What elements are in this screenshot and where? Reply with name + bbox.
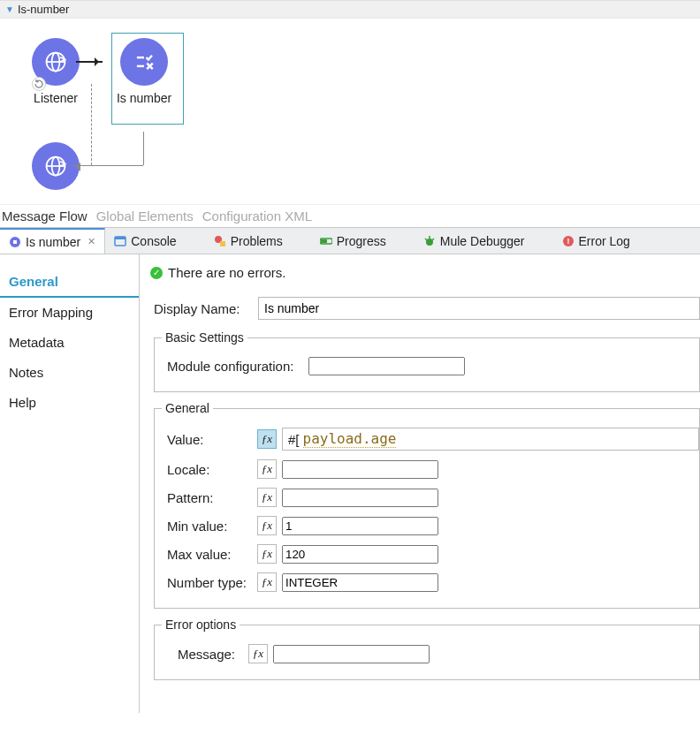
validate-icon — [133, 50, 156, 73]
node-listener-label: Listener — [18, 91, 94, 105]
component-icon — [9, 236, 21, 248]
fx-toggle-pattern[interactable]: ƒx — [257, 488, 277, 507]
locale-input[interactable] — [282, 460, 438, 479]
flow-arrow-icon — [76, 61, 103, 63]
number-type-input[interactable] — [282, 573, 438, 592]
display-name-label: Display Name: — [154, 301, 258, 316]
nav-help[interactable]: Help — [0, 388, 139, 418]
node-is-number[interactable]: Is number — [106, 38, 182, 105]
fx-toggle-min[interactable]: ƒx — [257, 516, 277, 535]
module-config-row: Module configuration: — [167, 357, 699, 375]
basic-settings-legend: Basic Settings — [162, 330, 247, 345]
pattern-row: Pattern: ƒx — [167, 488, 699, 507]
flow-name: Is-number — [18, 3, 70, 16]
view-tab-problems[interactable]: Problems — [205, 228, 292, 254]
nav-general[interactable]: General — [0, 267, 139, 298]
properties-side-nav: General Error Mapping Metadata Notes Hel… — [0, 254, 140, 713]
properties-pane: General Error Mapping Metadata Notes Hel… — [0, 254, 700, 713]
module-config-label: Module configuration: — [167, 359, 308, 374]
node-is-number-label: Is number — [106, 91, 182, 105]
flow-canvas: ▼ Is-number Listener — [0, 0, 700, 204]
status-text: There are no errors. — [168, 265, 285, 280]
min-value-row: Min value: ƒx — [167, 516, 699, 535]
value-expression: payload.age — [303, 430, 397, 448]
console-icon — [114, 235, 126, 247]
close-icon[interactable]: ✕ — [88, 236, 95, 247]
value-row: Value: ƒx #[ payload.age — [167, 428, 699, 451]
status-row: ✓ There are no errors. — [148, 263, 700, 294]
view-tab-problems-label: Problems — [231, 234, 283, 248]
refresh-badge-icon — [32, 77, 46, 91]
display-name-row: Display Name: — [154, 297, 700, 320]
number-type-row: Number type: ƒx — [167, 572, 699, 592]
fx-toggle-value[interactable]: ƒx — [257, 429, 277, 449]
svg-rect-11 — [13, 240, 17, 244]
view-tab-mule-debugger[interactable]: Mule Debugger — [415, 228, 534, 254]
message-input[interactable] — [273, 645, 430, 663]
min-value-label: Min value: — [167, 519, 257, 534]
message-label: Message: — [178, 647, 248, 662]
view-tab-console-label: Console — [131, 234, 176, 248]
basic-settings-group: Basic Settings Module configuration: — [154, 330, 700, 392]
fx-toggle-message[interactable]: ƒx — [248, 644, 268, 663]
fx-toggle-locale[interactable]: ƒx — [257, 459, 277, 479]
svg-rect-13 — [115, 237, 126, 239]
solid-connector-h — [72, 165, 143, 166]
view-tab-error-log-label: Error Log — [579, 234, 630, 248]
tab-configuration-xml[interactable]: Configuration XML — [202, 208, 312, 224]
max-value-label: Max value: — [167, 547, 257, 562]
view-tab-progress-label: Progress — [337, 234, 386, 248]
locale-label: Locale: — [167, 462, 257, 477]
svg-line-21 — [432, 239, 434, 240]
problems-icon — [214, 235, 226, 247]
progress-icon — [320, 235, 332, 247]
error-options-group: Error options Message: ƒx — [154, 618, 700, 680]
error-log-icon: ! — [562, 235, 574, 247]
module-config-input[interactable] — [308, 357, 465, 375]
view-tab-console[interactable]: Console — [105, 228, 185, 254]
nav-notes[interactable]: Notes — [0, 358, 139, 388]
view-tab-mule-debugger-label: Mule Debugger — [440, 234, 525, 248]
max-value-row: Max value: ƒx — [167, 544, 699, 564]
debugger-icon — [423, 235, 436, 247]
dashed-connector — [91, 84, 92, 165]
pattern-input[interactable] — [282, 489, 438, 507]
node-response[interactable] — [18, 142, 94, 190]
view-tab-is-number[interactable]: Is number ✕ — [0, 228, 105, 254]
ok-icon: ✓ — [150, 267, 163, 279]
view-tab-is-number-label: Is number — [26, 235, 80, 249]
tab-global-elements[interactable]: Global Elements — [96, 208, 194, 224]
solid-connector-v — [143, 132, 144, 165]
locale-row: Locale: ƒx — [167, 459, 699, 479]
editor-tabs: Message Flow Global Elements Configurati… — [0, 204, 700, 227]
fx-toggle-max[interactable]: ƒx — [257, 544, 277, 564]
min-value-input[interactable] — [282, 517, 438, 535]
nav-error-mapping[interactable]: Error Mapping — [0, 298, 139, 328]
svg-line-20 — [425, 239, 427, 240]
general-group: General Value: ƒx #[ payload.age Locale:… — [154, 401, 700, 609]
message-row: Message: ƒx — [178, 644, 699, 663]
svg-text:!: ! — [567, 237, 569, 246]
general-legend: General — [162, 401, 213, 415]
svg-rect-17 — [321, 239, 327, 243]
max-value-input[interactable] — [282, 545, 438, 564]
value-prefix: #[ — [288, 432, 300, 447]
globe-icon — [43, 154, 68, 178]
views-bar: Is number ✕ Console Problems Progress Mu… — [0, 227, 700, 254]
properties-form: ✓ There are no errors. Display Name: Bas… — [140, 254, 700, 713]
error-options-legend: Error options — [162, 618, 240, 632]
view-tab-error-log[interactable]: ! Error Log — [553, 228, 639, 254]
fx-toggle-type[interactable]: ƒx — [257, 572, 277, 592]
display-name-input[interactable] — [258, 297, 700, 320]
tab-message-flow[interactable]: Message Flow — [2, 208, 88, 224]
view-tab-progress[interactable]: Progress — [311, 228, 395, 254]
node-listener[interactable]: Listener — [18, 38, 94, 105]
flow-header[interactable]: ▼ Is-number — [0, 1, 700, 19]
number-type-label: Number type: — [167, 575, 257, 590]
is-number-circle — [120, 38, 168, 86]
svg-rect-15 — [220, 241, 225, 246]
canvas-area[interactable]: Listener Is number — [0, 19, 700, 204]
collapse-triangle-icon[interactable]: ▼ — [5, 4, 14, 14]
nav-metadata[interactable]: Metadata — [0, 328, 139, 358]
value-input[interactable]: #[ payload.age — [282, 428, 699, 451]
